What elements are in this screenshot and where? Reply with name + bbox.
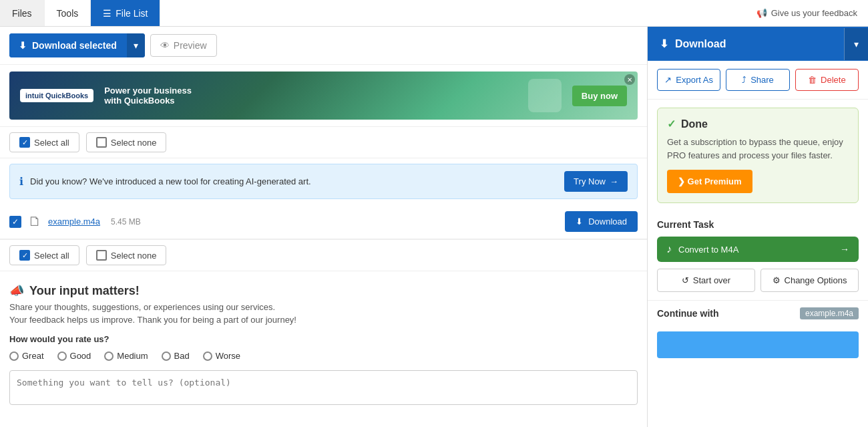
right-actions: ↗ Export As ⤴ Share 🗑 Delete (648, 61, 868, 100)
export-label: Export As (676, 75, 713, 85)
start-over-label: Start over (693, 275, 730, 285)
checkbox-empty-icon (96, 137, 107, 148)
select-none-top-button[interactable]: Select none (86, 132, 167, 152)
info-bar: ℹ Did you know? We've introduced a new t… (9, 164, 638, 199)
main-layout: ⬇ Download selected ▾ 👁 Preview intuit Q… (0, 27, 868, 427)
ad-close-button[interactable]: ✕ (624, 74, 635, 85)
export-icon: ↗ (664, 75, 672, 85)
nav-tools[interactable]: Tools (45, 0, 91, 26)
refresh-icon: ↺ (682, 275, 689, 285)
task-arrow-icon: → (840, 244, 849, 255)
file-icon: 🗋 (28, 214, 41, 229)
feedback-title-text: Your input matters! (29, 284, 140, 298)
done-title-text: Done (681, 118, 708, 130)
download-selected-main[interactable]: ⬇ Download selected (9, 33, 126, 57)
radio-good-label: Good (70, 351, 91, 361)
task-label: Convert to M4A (678, 245, 833, 255)
select-bar-top: ✓ Select all Select none (0, 126, 647, 158)
get-premium-button[interactable]: ❯ Get Premium (667, 170, 752, 193)
delete-label: Delete (821, 75, 846, 85)
radio-bad-label: Bad (174, 351, 190, 361)
radio-circle-medium (104, 351, 114, 361)
preview-button[interactable]: 👁 Preview (150, 34, 217, 57)
radio-great-label: Great (22, 351, 44, 361)
tools-label: Tools (57, 8, 79, 19)
export-button[interactable]: ↗ Export As (657, 69, 720, 91)
task-item: ♪ Convert to M4A → (657, 237, 859, 262)
share-button[interactable]: ⤴ Share (726, 69, 789, 91)
share-icon: ⤴ (742, 75, 746, 85)
select-all-top-label: Select all (34, 138, 69, 148)
done-check-icon: ✓ (667, 118, 676, 130)
ad-banner: intuit QuickBooks Power your businesswit… (9, 72, 638, 120)
eye-icon: 👁 (160, 40, 170, 51)
task-actions: ↺ Start over ⚙ Change Options (657, 269, 859, 292)
info-text: Did you know? We've introduced a new too… (30, 176, 558, 186)
nav-files[interactable]: Files (0, 0, 45, 26)
download-selected-label: Download selected (32, 40, 117, 51)
select-all-bottom-label: Select all (34, 251, 69, 261)
radio-circle-great (9, 351, 19, 361)
select-none-bottom-button[interactable]: Select none (86, 245, 167, 265)
try-now-button[interactable]: Try Now → (564, 171, 628, 192)
feedback-subtitle2: Your feedback helps us improve. Thank yo… (9, 315, 638, 325)
right-download-icon: ⬇ (660, 37, 668, 50)
radio-good[interactable]: Good (57, 351, 91, 361)
select-all-bottom-button[interactable]: ✓ Select all (9, 245, 79, 265)
continue-file: example.m4a (800, 307, 859, 319)
settings-icon: ⚙ (773, 275, 781, 285)
radio-medium[interactable]: Medium (104, 351, 148, 361)
premium-label: ❯ Get Premium (678, 176, 742, 186)
top-nav: Files Tools ☰ File List 📢 Give us your f… (0, 0, 868, 27)
toolbar: ⬇ Download selected ▾ 👁 Preview (0, 27, 647, 65)
radio-circle-worse (203, 351, 212, 361)
feedback-textarea[interactable] (9, 370, 638, 405)
right-download-dropdown[interactable]: ▾ (844, 28, 868, 60)
download-selected-button[interactable]: ⬇ Download selected ▾ (9, 33, 145, 57)
file-size: 5.45 MB (111, 217, 141, 227)
radio-medium-label: Medium (117, 351, 148, 361)
current-task-section: Current Task ♪ Convert to M4A → ↺ Start … (648, 211, 868, 300)
change-options-label: Change Options (785, 275, 847, 285)
checkbox-checked-bottom-icon: ✓ (19, 250, 30, 261)
file-checkbox[interactable]: ✓ (9, 216, 21, 228)
radio-circle-bad (162, 351, 171, 361)
nav-filelist[interactable]: ☰ File List (91, 0, 160, 26)
ad-buy-button[interactable]: Buy now (572, 86, 627, 106)
preview-label: Preview (174, 40, 207, 51)
download-icon: ⬇ (19, 40, 27, 51)
radio-worse[interactable]: Worse (203, 351, 240, 361)
ad-text: Power your businesswith QuickBooks (104, 86, 517, 106)
info-icon: ℹ (19, 175, 23, 188)
feedback-subtitle1: Share your thoughts, suggestions, or exp… (9, 302, 638, 312)
try-now-arrow: → (610, 176, 618, 186)
current-task-title: Current Task (657, 219, 859, 230)
file-download-icon: ⬇ (576, 217, 583, 227)
filelist-label: File List (116, 8, 148, 19)
start-over-button[interactable]: ↺ Start over (657, 269, 755, 292)
radio-great[interactable]: Great (9, 351, 44, 361)
feedback-title: 📣 Your input matters! (9, 283, 638, 298)
trash-icon: 🗑 (808, 75, 817, 85)
delete-button[interactable]: 🗑 Delete (795, 69, 859, 91)
file-download-button[interactable]: ⬇ Download (565, 211, 638, 232)
right-download-label: Download (675, 38, 726, 50)
radio-bad[interactable]: Bad (162, 351, 190, 361)
select-bar-bottom: ✓ Select all Select none (0, 239, 647, 271)
change-options-button[interactable]: ⚙ Change Options (761, 269, 859, 292)
checkbox-checked-icon: ✓ (19, 137, 30, 148)
share-label: Share (750, 75, 774, 85)
file-name[interactable]: example.m4a (48, 217, 100, 227)
file-download-label: Download (588, 217, 627, 227)
feedback-section: 📣 Your input matters! Share your thought… (0, 271, 647, 427)
continue-with-section: Continue with example.m4a (648, 300, 868, 326)
file-row: ✓ 🗋 example.m4a 5.45 MB ⬇ Download (0, 204, 647, 239)
radio-circle-good (57, 351, 67, 361)
select-all-top-button[interactable]: ✓ Select all (9, 132, 79, 152)
right-download-button[interactable]: ⬇ Download (648, 27, 844, 61)
right-ad-banner (657, 331, 859, 358)
feedback-link[interactable]: 📢 Give us your feedback (746, 8, 868, 18)
download-selected-dropdown[interactable]: ▾ (126, 33, 145, 57)
feedback-label: Give us your feedback (771, 8, 857, 18)
ad-inner: intuit QuickBooks Power your businesswit… (9, 72, 638, 120)
